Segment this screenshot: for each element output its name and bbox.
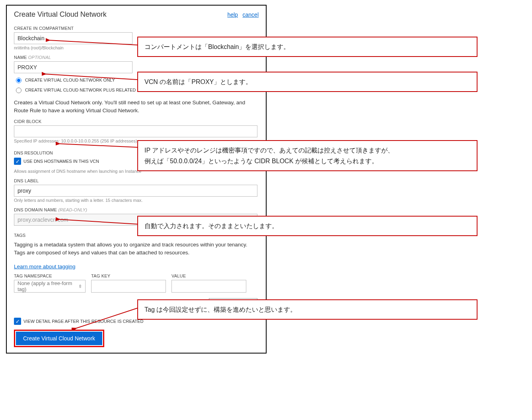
tag-namespace-col: TAG NAMESPACE None (apply a free-form ta… [14,273,86,293]
tag-value-label: VALUE [171,273,246,278]
cidr-label: CIDR BLOCK [14,119,259,124]
header-links: help cancel [224,12,259,18]
dns-label-input[interactable] [14,185,257,197]
tag-namespace-value: None (apply a free-form tag) [18,280,78,292]
name-optional: OPTIONAL [27,55,51,60]
dns-label-helper: Only letters and numbers, starting with … [14,198,259,203]
callout-tags: Tag は今回設定せずに、構築を進めたいと思います。 [137,299,477,320]
callout-text: Tag は今回設定せずに、構築を進めたいと思います。 [144,306,296,313]
learn-tagging-link[interactable]: Learn more about tagging [14,264,76,270]
compartment-label: CREATE IN COMPARTMENT [14,26,259,31]
name-label-text: NAME [14,55,27,60]
callout-dnslabel: 自動で入力されます。そのままといたします。 [137,216,477,236]
callout-text: VCN の名前は「PROXY」とします。 [144,78,252,85]
cancel-link[interactable]: cancel [243,12,259,18]
dns-domain-readonly: (READ-ONLY) [57,207,87,212]
checkbox-checked-icon[interactable]: ✓ [14,318,21,325]
callout-text: 例えば「50.0.0.0/24」といったような CIDR BLOCK が候補とし… [144,158,378,164]
dns-domain-label: DNS DOMAIN NAME (READ-ONLY) [14,207,259,212]
tag-value-input[interactable] [171,280,246,293]
dns-domain-label-text: DNS DOMAIN NAME [14,207,57,212]
create-button-highlight: Create Virtual Cloud Network [14,330,104,347]
help-link[interactable]: help [227,12,238,18]
callout-text: IP アドレスやそのレンジは機密事項ですので、あえての記載は控えさせて頂きますが… [144,147,394,154]
dialog-title: Create Virtual Cloud Network [14,10,107,19]
dns-label-label: DNS LABEL [14,178,259,183]
view-detail-label: VIEW DETAIL PAGE AFTER THIS RESOURCE IS … [23,319,143,324]
dns-hostnames-label: USE DNS HOSTNAMES IN THIS VCN [23,159,99,164]
chevron-updown-icon: ⇳ [78,284,82,289]
tag-key-label: TAG KEY [91,273,166,278]
callout-cidr: IP アドレスやそのレンジは機密事項ですので、あえての記載は控えさせて頂きますが… [137,140,477,171]
tag-namespace-label: TAG NAMESPACE [14,273,86,278]
radio-vcn-only[interactable] [16,78,21,83]
tag-input-row: TAG NAMESPACE None (apply a free-form ta… [14,273,259,293]
compartment-input[interactable] [14,32,133,44]
cidr-input[interactable] [14,125,257,137]
tag-key-col: TAG KEY [91,273,166,293]
tag-value-col: VALUE [171,273,246,293]
callout-compartment: コンパートメントは「Blockchain」を選択します。 [137,37,477,57]
name-input[interactable] [14,61,133,73]
tag-key-input[interactable] [91,280,166,293]
radio-vcn-only-label: CREATE VIRTUAL CLOUD NETWORK ONLY [25,78,115,82]
callout-text: 自動で入力されます。そのままといたします。 [144,223,278,229]
checkbox-checked-icon[interactable]: ✓ [14,158,21,165]
radio-vcn-plus[interactable] [16,88,21,93]
vcn-only-description: Creates a Virtual Cloud Network only. Yo… [14,99,257,114]
tags-description: Tagging is a metadata system that allows… [14,241,257,256]
dialog-header: Create Virtual Cloud Network help cancel [14,10,259,19]
tag-namespace-select[interactable]: None (apply a free-form tag) ⇳ [14,280,86,293]
create-vcn-button[interactable]: Create Virtual Cloud Network [16,332,102,345]
callout-text: コンパートメントは「Blockchain」を選択します。 [144,43,290,50]
callout-name: VCN の名前は「PROXY」とします。 [137,72,477,92]
